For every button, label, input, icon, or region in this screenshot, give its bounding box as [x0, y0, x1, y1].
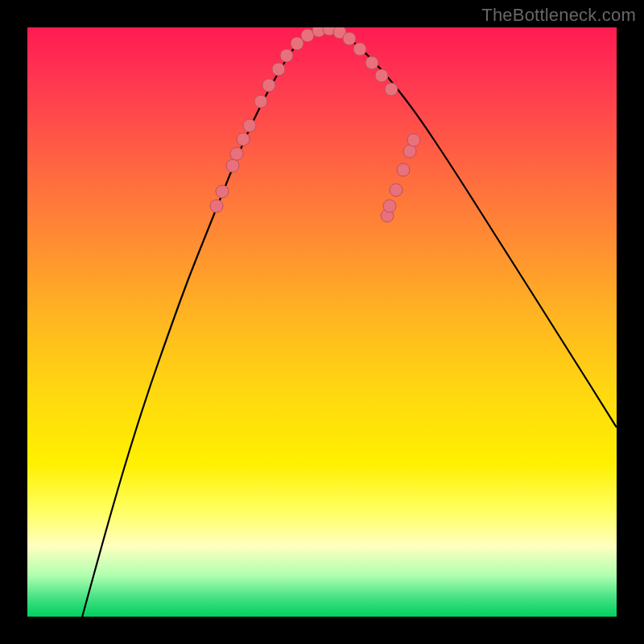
highlight-dots: [210, 27, 420, 222]
dot: [216, 185, 229, 198]
dot: [383, 200, 396, 213]
dot: [230, 147, 243, 160]
dot: [280, 49, 293, 62]
dot: [210, 200, 223, 213]
watermark-text: TheBottleneck.com: [481, 5, 636, 26]
plot-area: [27, 27, 617, 617]
dot: [375, 69, 388, 82]
dot: [237, 133, 250, 146]
dot: [397, 163, 410, 176]
bottleneck-curve: [76, 30, 617, 617]
dot: [390, 184, 402, 196]
curve-layer: [27, 27, 617, 617]
dot: [254, 95, 267, 108]
chart-frame: TheBottleneck.com: [0, 0, 644, 644]
dot: [365, 56, 378, 69]
dot: [353, 43, 366, 56]
dot: [343, 32, 356, 45]
dot: [226, 159, 239, 172]
dot: [272, 63, 285, 76]
dot: [291, 37, 303, 50]
dot: [385, 83, 398, 96]
dot: [243, 119, 256, 132]
dot: [262, 79, 275, 92]
dot: [407, 134, 420, 147]
